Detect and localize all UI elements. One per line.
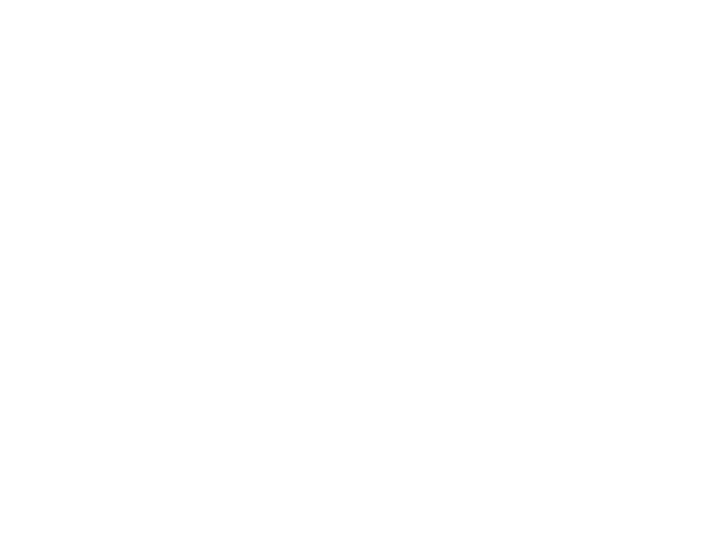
slide	[0, 0, 720, 540]
code-block	[28, 26, 692, 377]
